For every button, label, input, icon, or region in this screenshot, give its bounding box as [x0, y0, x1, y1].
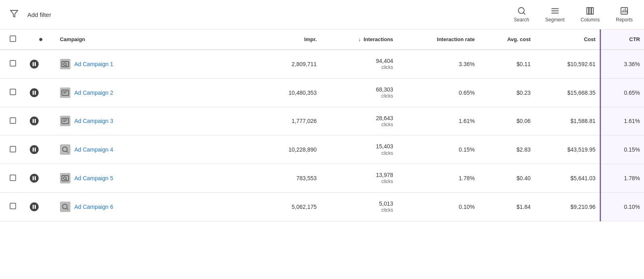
campaign-type-icon	[60, 202, 70, 212]
pause-status-icon[interactable]	[30, 202, 39, 211]
row-cost: $9,210.96	[535, 192, 600, 221]
table-row: Ad Campaign 5 783,553 13,978 clicks 1.78…	[0, 164, 644, 193]
row-impr: 5,062,175	[256, 192, 321, 221]
table-container: ● Campaign Impr. ↓ Interactions Interact…	[0, 29, 644, 221]
filter-icon-button[interactable]	[8, 8, 20, 22]
row-avg-cost: $0.40	[479, 164, 535, 193]
svg-point-15	[64, 63, 66, 66]
pause-status-icon[interactable]	[30, 174, 39, 183]
columns-button[interactable]: Columns	[578, 5, 603, 24]
row-status-cell	[26, 50, 56, 78]
interactions-count: 13,978	[325, 171, 393, 179]
row-cost: $5,641.03	[535, 164, 600, 193]
campaign-link[interactable]: Ad Campaign 5	[74, 175, 114, 181]
campaign-type-icon	[60, 59, 70, 69]
row-avg-cost: $2.83	[479, 135, 535, 164]
campaign-link[interactable]: Ad Campaign 4	[74, 146, 114, 153]
row-checkbox[interactable]	[10, 117, 16, 124]
row-checkbox[interactable]	[10, 146, 16, 152]
row-ctr: 1.61%	[600, 107, 644, 135]
th-interaction-rate[interactable]: Interaction rate	[397, 29, 479, 50]
row-ctr: 0.10%	[600, 192, 644, 221]
reports-button[interactable]: Reports	[613, 5, 636, 24]
row-status-cell	[26, 107, 56, 135]
interactions-label: clicks	[325, 122, 393, 128]
table-row: Ad Campaign 6 5,062,175 5,013 clicks 0.1…	[0, 192, 644, 221]
row-checkbox[interactable]	[10, 60, 16, 67]
row-checkbox[interactable]	[10, 89, 16, 95]
row-cost: $1,588.81	[535, 107, 600, 135]
campaign-link[interactable]: Ad Campaign 3	[74, 118, 114, 124]
th-interactions-label: Interactions	[363, 36, 393, 42]
row-interaction-rate: 0.65%	[397, 78, 479, 107]
row-cost: $43,519.95	[535, 135, 600, 164]
row-checkbox[interactable]	[10, 175, 16, 181]
add-filter-button[interactable]: Add filter	[24, 10, 54, 20]
pause-status-icon[interactable]	[30, 60, 39, 69]
row-interaction-rate: 1.78%	[397, 164, 479, 193]
svg-line-29	[67, 208, 68, 210]
row-interaction-rate: 1.61%	[397, 107, 479, 135]
row-avg-cost: $1.84	[479, 192, 535, 221]
row-checkbox-cell	[0, 164, 26, 193]
row-checkbox-cell	[0, 192, 26, 221]
svg-point-23	[62, 147, 67, 152]
campaigns-table: ● Campaign Impr. ↓ Interactions Interact…	[0, 29, 644, 221]
th-interactions[interactable]: ↓ Interactions	[321, 29, 397, 50]
segment-button[interactable]: Segment	[542, 5, 568, 24]
svg-rect-14	[62, 61, 68, 67]
row-interactions: 5,013 clicks	[321, 192, 397, 221]
row-campaign-cell: Ad Campaign 6	[56, 192, 256, 221]
campaign-type-icon	[60, 116, 70, 126]
interactions-label: clicks	[325, 150, 393, 157]
reports-icon	[620, 6, 629, 15]
row-impr: 2,809,711	[256, 50, 321, 78]
status-header-dot: ●	[39, 35, 43, 43]
th-cost[interactable]: Cost	[535, 29, 600, 50]
svg-marker-0	[10, 10, 18, 17]
th-ctr[interactable]: CTR	[600, 29, 644, 50]
th-checkbox	[0, 29, 26, 50]
th-impr[interactable]: Impr.	[256, 29, 321, 50]
th-avg-cost[interactable]: Avg. cost	[479, 29, 535, 50]
row-checkbox-cell	[0, 107, 26, 135]
campaign-link[interactable]: Ad Campaign 6	[74, 204, 114, 210]
row-status-cell	[26, 192, 56, 221]
row-interaction-rate: 0.15%	[397, 135, 479, 164]
header-checkbox[interactable]	[10, 35, 16, 42]
campaign-link[interactable]: Ad Campaign 2	[74, 90, 114, 96]
row-checkbox[interactable]	[10, 203, 16, 209]
row-ctr: 0.15%	[600, 135, 644, 164]
row-campaign-cell: Ad Campaign 3	[56, 107, 256, 135]
search-icon	[517, 6, 526, 15]
interactions-label: clicks	[325, 179, 393, 185]
svg-rect-6	[587, 8, 589, 15]
svg-line-24	[67, 151, 68, 152]
search-button[interactable]: Search	[511, 5, 533, 24]
campaign-link[interactable]: Ad Campaign 1	[74, 61, 114, 67]
svg-rect-7	[589, 8, 591, 15]
columns-icon	[586, 6, 594, 15]
pause-status-icon[interactable]	[30, 117, 39, 125]
row-interactions: 68,303 clicks	[321, 78, 397, 107]
interactions-count: 68,303	[325, 86, 393, 93]
pause-status-icon[interactable]	[30, 145, 39, 154]
row-impr: 783,553	[256, 164, 321, 193]
interactions-label: clicks	[325, 207, 393, 214]
table-row: Ad Campaign 2 10,480,353 68,303 clicks 0…	[0, 78, 644, 107]
interactions-count: 94,404	[325, 57, 393, 65]
svg-point-26	[64, 177, 66, 180]
row-campaign-cell: Ad Campaign 5	[56, 164, 256, 193]
pause-status-icon[interactable]	[30, 88, 39, 97]
row-cost: $10,592.61	[535, 50, 600, 78]
interactions-label: clicks	[325, 65, 393, 71]
svg-line-16	[66, 65, 67, 66]
reports-label: Reports	[616, 17, 633, 23]
row-interactions: 15,403 clicks	[321, 135, 397, 164]
row-avg-cost: $0.06	[479, 107, 535, 135]
row-checkbox-cell	[0, 78, 26, 107]
row-avg-cost: $0.23	[479, 78, 535, 107]
table-row: Ad Campaign 3 1,777,026 28,643 clicks 1.…	[0, 107, 644, 135]
th-campaign[interactable]: Campaign	[56, 29, 256, 50]
row-impr: 1,777,026	[256, 107, 321, 135]
